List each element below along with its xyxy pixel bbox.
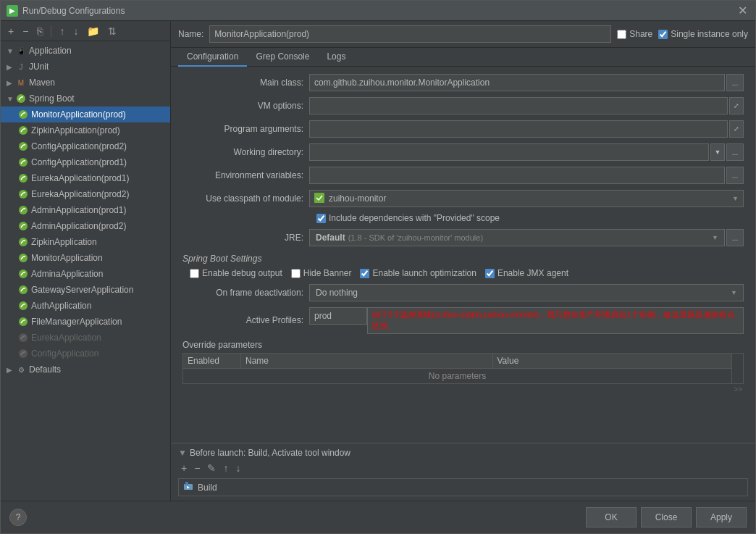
jre-field-group: Default (1.8 - SDK of 'zuihou-monitor' m… (309, 229, 744, 246)
vm-options-input[interactable] (309, 97, 728, 114)
sidebar-item-eureka-disabled[interactable]: EurekaApplication (1, 330, 170, 346)
enable-launch-label[interactable]: Enable launch optimization (360, 268, 476, 278)
env-vars-label: Environment variables: (182, 170, 309, 180)
main-class-input[interactable] (309, 74, 725, 91)
config-body: Main class: ... VM options: ⤢ (171, 67, 755, 443)
sidebar-item-monitor[interactable]: MonitorApplication (1, 250, 170, 266)
build-label: Build (198, 483, 217, 493)
before-launch-add-button[interactable]: + (178, 461, 190, 475)
sidebar-item-auth[interactable]: AuthApplication (1, 298, 170, 314)
share-checkbox-label[interactable]: Share (617, 29, 652, 39)
sidebar-item-gateway[interactable]: GatewayServerApplication (1, 282, 170, 298)
svg-point-3 (19, 142, 28, 151)
name-input[interactable] (209, 25, 611, 43)
override-params-title: Override parameters (182, 340, 744, 350)
main-class-label: Main class: (182, 78, 309, 88)
single-instance-checkbox[interactable] (658, 30, 668, 39)
svg-rect-17 (314, 193, 324, 203)
classpath-label: Use classpath of module: (182, 193, 309, 204)
title-bar-left: ▶ Run/Debug Configurations (7, 5, 125, 17)
enable-debug-label[interactable]: Enable debug output (190, 268, 282, 278)
program-args-input[interactable] (309, 120, 728, 138)
single-instance-checkbox-label[interactable]: Single instance only (658, 29, 748, 39)
sidebar-item-maven[interactable]: ▶ M Maven (1, 75, 170, 91)
spring-icon-admin-prod2 (18, 221, 28, 231)
sidebar-item-admin-prod1[interactable]: AdminApplication(prod1) (1, 202, 170, 218)
jre-browse-button[interactable]: ... (726, 229, 744, 246)
move-down-button[interactable]: ↓ (70, 24, 81, 38)
apply-button[interactable]: Apply (696, 507, 747, 527)
sidebar-item-config-prod1[interactable]: ConfigApplication(prod1) (1, 154, 170, 170)
sort-button[interactable]: ⇅ (105, 24, 119, 38)
copy-config-button[interactable]: ⎘ (34, 24, 46, 38)
sidebar-item-spring-boot[interactable]: ▼ Spring Boot (1, 91, 170, 107)
sidebar-item-config-disabled[interactable]: ConfigApplication (1, 346, 170, 362)
remove-config-button[interactable]: − (20, 24, 31, 38)
enable-jmx-checkbox[interactable] (485, 269, 495, 278)
jre-select[interactable]: Default (1.8 - SDK of 'zuihou-monitor' m… (309, 229, 725, 246)
enable-launch-checkbox[interactable] (360, 269, 369, 278)
col-enabled: Enabled (183, 353, 241, 368)
program-args-expand-button[interactable]: ⤢ (729, 120, 744, 138)
expand-arrow-junit: ▶ (7, 63, 14, 71)
spring-settings-checkboxes: Enable debug output Hide Banner Enable l… (190, 268, 744, 278)
svg-point-8 (19, 222, 28, 230)
sidebar-label-admin-prod1: AdminApplication(prod1) (31, 205, 126, 215)
sidebar-item-application[interactable]: ▼ 📱 Application (1, 43, 170, 59)
sidebar-item-config-prod2[interactable]: ConfigApplication(prod2) (1, 138, 170, 154)
share-checkbox[interactable] (617, 30, 626, 39)
sidebar-item-monitor-prod[interactable]: MonitorApplication(prod) (1, 107, 170, 122)
name-row: Name: Share Single instance only (171, 21, 755, 48)
sidebar-item-admina[interactable]: AdminaApplication (1, 266, 170, 282)
sidebar-item-junit[interactable]: ▶ J JUnit (1, 59, 170, 75)
close-button[interactable]: Close (641, 507, 692, 527)
working-dir-input[interactable] (309, 143, 709, 161)
active-profiles-input[interactable] (309, 307, 367, 325)
working-dir-expand-button[interactable]: ▼ (710, 143, 725, 161)
tab-configuration[interactable]: Configuration (178, 48, 247, 67)
enable-debug-checkbox[interactable] (190, 269, 199, 278)
sidebar-item-defaults[interactable]: ▶ ⚙ Defaults (1, 362, 170, 377)
sidebar-label-eureka-disabled: EurekaApplication (31, 333, 101, 343)
move-up-button[interactable]: ↑ (56, 24, 67, 38)
sidebar-item-eureka-prod2[interactable]: EurekaApplication(prod2) (1, 186, 170, 202)
include-deps-checkbox[interactable] (316, 214, 326, 223)
close-window-button[interactable]: ✕ (735, 4, 749, 18)
sidebar-item-admin-prod2[interactable]: AdminApplication(prod2) (1, 218, 170, 234)
before-launch-down-button[interactable]: ↓ (232, 461, 243, 475)
before-launch-edit-button[interactable]: ✎ (204, 461, 219, 475)
vm-options-expand-button[interactable]: ⤢ (729, 97, 744, 114)
enable-debug-text: Enable debug output (202, 268, 282, 278)
working-dir-browse-button[interactable]: ... (726, 143, 744, 161)
ok-button[interactable]: OK (586, 507, 637, 527)
main-class-browse-button[interactable]: ... (726, 74, 744, 91)
env-vars-input[interactable] (309, 167, 725, 184)
before-launch-up-button[interactable]: ↑ (220, 461, 231, 475)
hide-banner-label[interactable]: Hide Banner (291, 268, 352, 278)
spring-icon-gateway (18, 285, 28, 295)
before-launch-remove-button[interactable]: − (191, 461, 203, 475)
program-args-field-group: ⤢ (309, 120, 744, 138)
folder-button[interactable]: 📁 (84, 24, 102, 38)
sidebar-label-config-disabled: ConfigApplication (31, 349, 98, 359)
env-vars-browse-button[interactable]: ... (726, 167, 744, 184)
classpath-select[interactable]: zuihou-monitor ▼ (309, 190, 744, 207)
sidebar-label-application: Application (29, 46, 72, 56)
sidebar-item-zipkin[interactable]: ZipkinApplication (1, 234, 170, 250)
sidebar-label-auth: AuthApplication (31, 301, 91, 311)
module-icon (314, 193, 324, 205)
add-config-button[interactable]: + (5, 24, 17, 38)
tab-logs[interactable]: Logs (318, 48, 354, 67)
tab-grep-console[interactable]: Grep Console (247, 48, 318, 67)
help-button[interactable]: ? (9, 509, 27, 526)
svg-point-7 (19, 206, 28, 214)
sidebar-item-filemanager[interactable]: FileManagerApplication (1, 314, 170, 330)
spring-icon-monitor-prod (18, 109, 28, 120)
sidebar-item-zipkin-prod[interactable]: ZipkinApplication(prod) (1, 122, 170, 138)
enable-jmx-label[interactable]: Enable JMX agent (485, 268, 568, 278)
sidebar-item-eureka-prod1[interactable]: EurekaApplication(prod1) (1, 170, 170, 186)
hide-banner-checkbox[interactable] (291, 269, 301, 278)
on-frame-select[interactable]: Do nothing ▼ (309, 284, 744, 301)
collapse-arrow-before-launch[interactable]: ▼ (178, 448, 187, 458)
enable-jmx-text: Enable JMX agent (497, 268, 568, 278)
